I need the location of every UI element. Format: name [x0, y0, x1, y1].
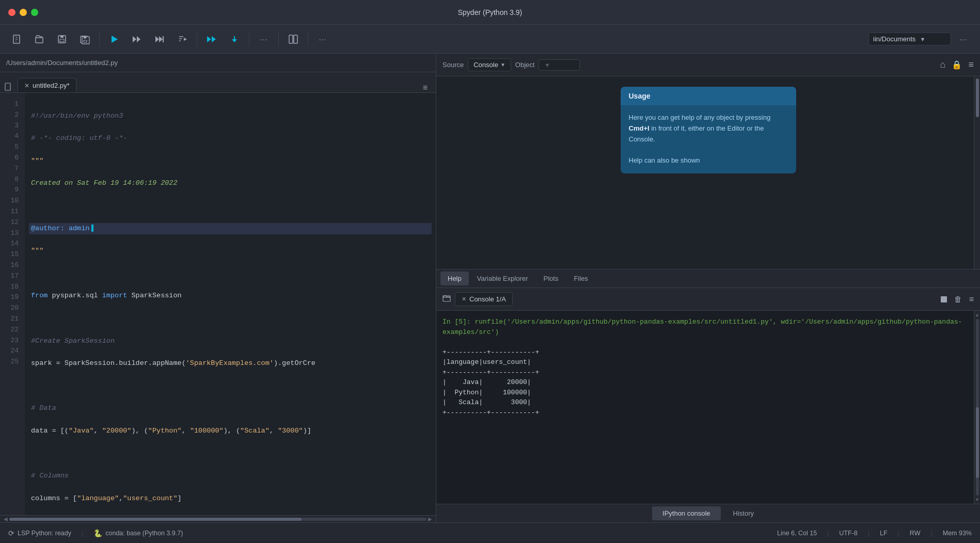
editor-tab-untitled2[interactable]: ✕ untitled2.py* — [18, 78, 76, 92]
path-text: iin/Documents — [873, 35, 915, 43]
mem-status: Mem 93% — [943, 530, 972, 537]
scroll-thumb[interactable] — [9, 518, 302, 521]
titlebar: Spyder (Python 3.9) — [0, 0, 980, 25]
panes-btn[interactable] — [283, 29, 304, 50]
eol-status: LF — [880, 530, 888, 537]
help-header: Source Console ▼ Object ▼ ⌂ 🔒 ≡ — [436, 54, 980, 76]
svg-rect-2 — [60, 36, 64, 38]
line-numbers: 12345 678910 1112131415 1617181920 21222… — [0, 93, 25, 515]
window-controls — [8, 9, 38, 16]
console-scroll-thumb[interactable] — [976, 407, 979, 478]
toolbar-extra-btn[interactable]: ··· — [953, 29, 974, 50]
scroll-track[interactable] — [9, 518, 426, 521]
usage-title: Usage — [621, 87, 796, 105]
step-btn[interactable] — [224, 29, 245, 50]
home-icon[interactable]: ⌂ — [940, 59, 946, 70]
new-file-btn[interactable] — [6, 29, 27, 50]
console-tab-close[interactable]: ✕ — [462, 296, 466, 302]
help-tabs: Help Variable Explorer Plots Files — [436, 269, 980, 288]
tab-plots[interactable]: Plots — [536, 272, 566, 285]
svg-rect-3 — [60, 39, 64, 42]
lock-icon[interactable]: 🔒 — [952, 60, 962, 70]
perms-status: RW — [910, 530, 921, 537]
maximize-button[interactable] — [31, 9, 38, 16]
svg-marker-12 — [155, 36, 159, 42]
run-cell-advance-btn[interactable] — [149, 29, 170, 50]
code-editor[interactable]: #!/usr/bin/env python3 # -*- coding: utf… — [25, 93, 436, 515]
help-header-icons: ⌂ 🔒 ≡ — [940, 59, 974, 70]
console-output[interactable]: In [5]: runfile('/Users/admin/apps/githu… — [436, 311, 974, 504]
console-tab-1[interactable]: ✕ Console 1/A — [455, 292, 513, 306]
console-scroll-up[interactable]: ▲ — [975, 312, 979, 317]
tab-filename: untitled2.py* — [33, 82, 70, 89]
usage-box: Usage Here you can get help of any objec… — [621, 87, 796, 173]
editor-tabs: ✕ untitled2.py* ≡ — [0, 72, 436, 93]
debug-btn[interactable] — [201, 29, 222, 50]
status-sep-5: | — [930, 530, 932, 537]
help-menu-icon[interactable]: ≡ — [968, 59, 974, 70]
minimize-button[interactable] — [20, 9, 27, 16]
console-menu-icon[interactable]: ≡ — [969, 295, 974, 304]
svg-marker-15 — [184, 38, 187, 41]
usage-cmd: Cmd+I — [629, 124, 650, 132]
svg-rect-19 — [289, 35, 293, 43]
console-dropdown[interactable]: Console ▼ — [468, 58, 511, 71]
svg-marker-18 — [232, 39, 237, 42]
more-options-btn-1[interactable]: ··· — [254, 29, 274, 50]
run-file-btn[interactable] — [104, 29, 124, 50]
more-options-btn-2[interactable]: ··· — [312, 29, 333, 50]
svg-marker-17 — [212, 36, 216, 42]
conda-status: 🐍 conda: base (Python 3.9.7) — [93, 529, 183, 537]
object-label: Object — [515, 61, 535, 69]
scroll-left-arrow[interactable]: ◀ — [2, 516, 9, 522]
svg-marker-16 — [207, 36, 211, 42]
main-area: /Users/admin/Documents/untitled2.py ✕ un… — [0, 54, 980, 522]
tab-variable-explorer[interactable]: Variable Explorer — [470, 272, 535, 285]
console-stop-icon[interactable] — [941, 296, 947, 302]
tab-help[interactable]: Help — [440, 272, 469, 285]
console-dropdown-label: Console — [473, 61, 498, 69]
scroll-right-arrow[interactable]: ▶ — [426, 516, 434, 522]
history-tab[interactable]: History — [723, 506, 764, 520]
usage-text-3: Help can also be shown — [629, 156, 700, 164]
save-all-btn[interactable] — [74, 29, 95, 50]
dropdown-arrow: ▼ — [500, 62, 505, 68]
console-content-wrapper: In [5]: runfile('/Users/admin/apps/githu… — [436, 311, 980, 504]
tab-menu-btn[interactable]: ≡ — [419, 83, 432, 92]
open-file-btn[interactable] — [29, 29, 50, 50]
svg-marker-13 — [159, 36, 163, 42]
tab-close-btn[interactable]: ✕ — [24, 82, 29, 89]
help-content: Usage Here you can get help of any objec… — [436, 76, 980, 269]
console-bottom-tabs: IPython console History — [436, 504, 980, 522]
console-scrollbar[interactable]: ▲ ▼ — [974, 311, 980, 504]
console-panel: ✕ Console 1/A 🗑 ≡ In [5]: runfile('/User… — [436, 288, 980, 522]
code-area[interactable]: 12345 678910 1112131415 1617181920 21222… — [0, 93, 436, 515]
encoding-text: UTF-8 — [839, 530, 857, 537]
console-scroll-down[interactable]: ▼ — [975, 497, 979, 502]
sep-3 — [249, 32, 249, 46]
ipython-console-tab[interactable]: IPython console — [652, 506, 721, 520]
path-dropdown-arrow: ▼ — [920, 36, 925, 42]
console-scroll-track[interactable] — [976, 319, 979, 496]
conda-text: conda: base (Python 3.9.7) — [105, 530, 183, 537]
sep-1 — [99, 32, 100, 46]
run-selection-btn[interactable] — [172, 29, 193, 50]
perms-text: RW — [910, 530, 921, 537]
status-sep-2: | — [827, 530, 829, 537]
console-header-icons: 🗑 ≡ — [941, 295, 974, 304]
eol-text: LF — [880, 530, 888, 537]
console-trash-icon[interactable]: 🗑 — [954, 295, 962, 304]
run-cell-btn[interactable] — [127, 29, 147, 50]
object-input[interactable]: ▼ — [539, 59, 580, 71]
svg-marker-10 — [133, 36, 136, 42]
status-sep-4: | — [898, 530, 899, 537]
close-button[interactable] — [8, 9, 15, 16]
tab-files[interactable]: Files — [566, 272, 595, 285]
help-scrollbar[interactable] — [974, 76, 980, 269]
sep-2 — [197, 32, 197, 46]
path-selector[interactable]: iin/Documents ▼ — [868, 33, 951, 45]
svg-marker-11 — [137, 36, 140, 42]
save-btn[interactable] — [52, 29, 72, 50]
editor-horizontal-scrollbar[interactable]: ◀ ▶ — [0, 515, 436, 522]
mem-text: Mem 93% — [943, 530, 972, 537]
